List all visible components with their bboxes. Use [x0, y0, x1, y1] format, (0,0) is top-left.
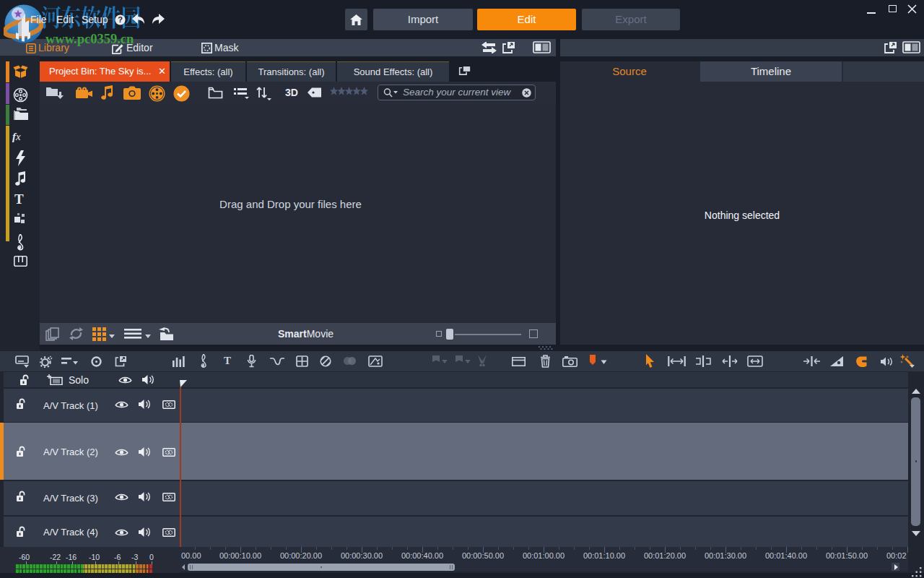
svg-text:?: ? [118, 15, 123, 24]
